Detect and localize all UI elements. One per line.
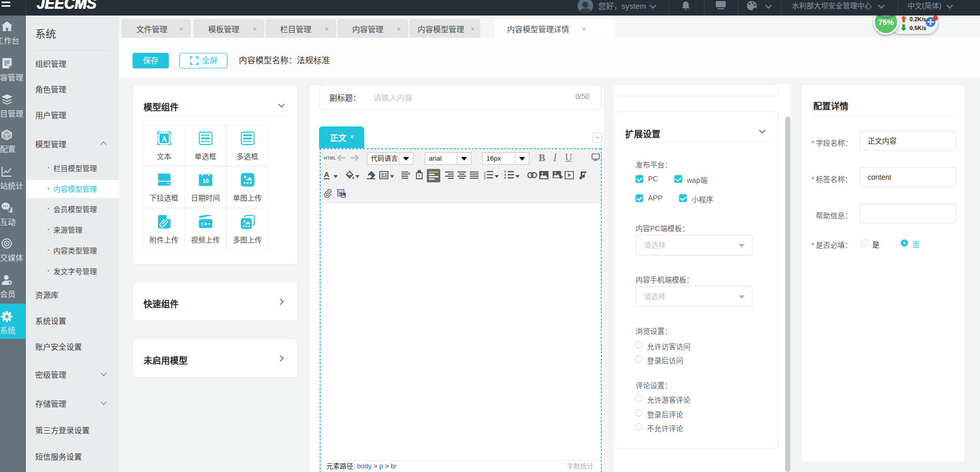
svg-text:3: 3	[484, 177, 486, 179]
svg-text:T: T	[418, 174, 421, 178]
svg-text:A: A	[161, 135, 167, 143]
svg-text:10: 10	[203, 178, 209, 184]
